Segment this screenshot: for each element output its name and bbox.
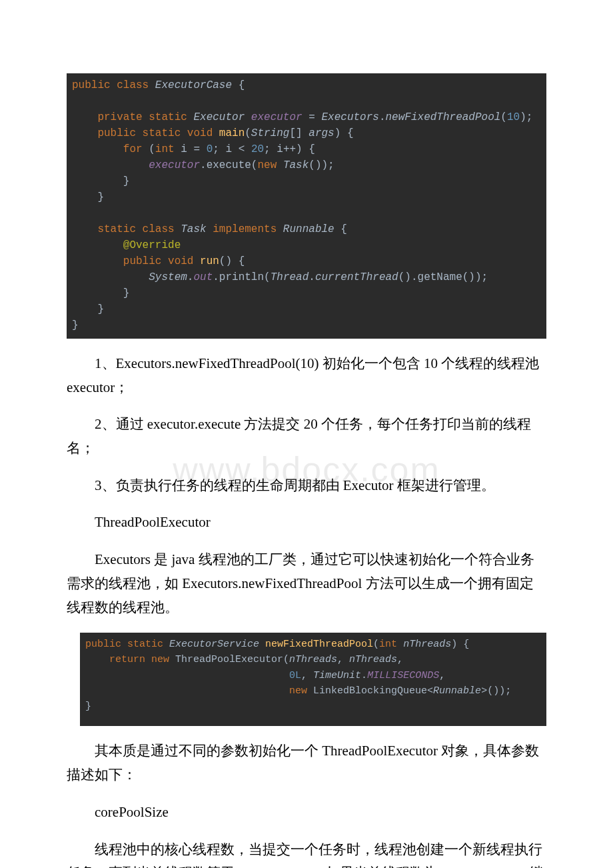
code-token: newFixedThreadPool [386, 111, 501, 123]
code-token: ( [500, 111, 507, 123]
code-token: ( [143, 143, 155, 155]
code-token: Thread [271, 271, 309, 283]
code-block-newfixedthreadpool: public static ExecutorService newFixedTh… [80, 633, 546, 726]
code-token [277, 159, 283, 171]
code-token: } [85, 701, 91, 712]
paragraph-3: 3、负责执行任务的线程的生命周期都由 Executor 框架进行管理。 [67, 474, 546, 498]
code-token: String [251, 127, 290, 139]
code-token: } [123, 287, 130, 299]
code-token: { [232, 79, 245, 91]
code-token: [] [289, 127, 308, 139]
paragraph-5: 其本质是通过不同的参数初始化一个 ThreadPoolExecutor 对象，具… [67, 739, 546, 787]
code-token: currentThread [315, 271, 398, 283]
code-token: ); [520, 111, 532, 123]
code-token: ExecutorService [163, 639, 259, 650]
code-token: System [149, 271, 187, 283]
code-token: executor [245, 111, 302, 123]
code-token: { [334, 223, 347, 235]
paragraph-6: 线程池中的核心线程数，当提交一个任务时，线程池创建一个新线程执行任务，直到当前线… [67, 838, 546, 869]
code-token: executor [149, 159, 200, 171]
code-token: , [397, 654, 403, 665]
code-token: private static [97, 111, 187, 123]
code-token: newFixedThreadPool [259, 639, 373, 650]
code-token: ; i++) { [264, 143, 315, 155]
code-token: run [193, 255, 219, 267]
code-token: . [187, 271, 194, 283]
code-token: } [123, 175, 130, 187]
code-token: ().getName()); [398, 271, 488, 283]
document-page: www.bdocx.com public class ExecutorCase … [0, 0, 613, 868]
code-token: nThreads [397, 639, 451, 650]
paragraph-2: 2、通过 executor.execute 方法提交 20 个任务，每个任务打印… [67, 413, 546, 460]
code-block-executor-case: public class ExecutorCase { private stat… [67, 73, 546, 339]
code-token: Task [175, 223, 207, 235]
code-token: } [72, 319, 79, 331]
code-token: Runnable [277, 223, 334, 235]
paragraph-4: Executors 是 java 线程池的工厂类，通过它可以快速初始化一个符合业… [67, 548, 546, 619]
code-token: ExecutorCase [149, 79, 232, 91]
code-token: ) { [451, 639, 469, 650]
code-token: () { [219, 255, 245, 267]
code-token: @Override [123, 239, 181, 251]
heading-corepoolsize: corePoolSize [67, 801, 546, 825]
code-token: } [97, 191, 104, 203]
code-token: = [303, 111, 322, 123]
code-token: return new [109, 654, 169, 665]
code-token: , [301, 670, 313, 681]
code-token: ) { [334, 127, 354, 139]
code-token: nThreads [289, 654, 337, 665]
code-token: public static void [97, 127, 213, 139]
code-token: , [337, 654, 349, 665]
code-token: MILLISECONDS [367, 670, 439, 681]
code-token: . [308, 271, 315, 283]
code-token: public void [123, 255, 194, 267]
code-token: Executor [187, 111, 245, 123]
code-token: , [439, 670, 445, 681]
code-token: ()); [308, 159, 334, 171]
code-token: int [155, 143, 175, 155]
code-token: new [289, 685, 307, 697]
code-token: static class [97, 223, 174, 235]
code-token: ( [245, 127, 251, 139]
paragraph-1: 1、Executors.newFixedThreadPool(10) 初始化一个… [67, 352, 546, 399]
code-token: Executors [321, 111, 378, 123]
code-token: 0L [289, 670, 301, 681]
code-token: >()); [481, 685, 511, 697]
code-token: i = [175, 143, 207, 155]
code-token: int [379, 639, 397, 650]
code-token: .println( [213, 271, 270, 283]
code-token: ThreadPoolExecutor( [169, 654, 289, 665]
code-token: LinkedBlockingQueue< [307, 685, 433, 697]
code-token: ( [373, 639, 379, 650]
code-token: implements [207, 223, 277, 235]
code-token: for [123, 143, 143, 155]
code-token: . [361, 670, 367, 681]
heading-threadpoolexecutor: ThreadPoolExecutor [67, 511, 546, 535]
code-token: } [97, 303, 104, 315]
code-token: . [379, 111, 386, 123]
code-token: 10 [507, 111, 520, 123]
code-token: Runnable [433, 685, 481, 697]
code-token: public static [85, 639, 163, 650]
code-token: public class [72, 79, 149, 91]
code-token: 0 [207, 143, 213, 155]
code-token: 20 [251, 143, 264, 155]
code-token: nThreads [349, 654, 397, 665]
code-token: .execute( [200, 159, 257, 171]
code-token: ; i < [213, 143, 251, 155]
code-token: new [257, 159, 277, 171]
code-token: TimeUnit [313, 670, 361, 681]
code-token: args [308, 127, 334, 139]
code-token: out [193, 271, 213, 283]
code-token: Task [283, 159, 308, 171]
code-token: main [213, 127, 245, 139]
